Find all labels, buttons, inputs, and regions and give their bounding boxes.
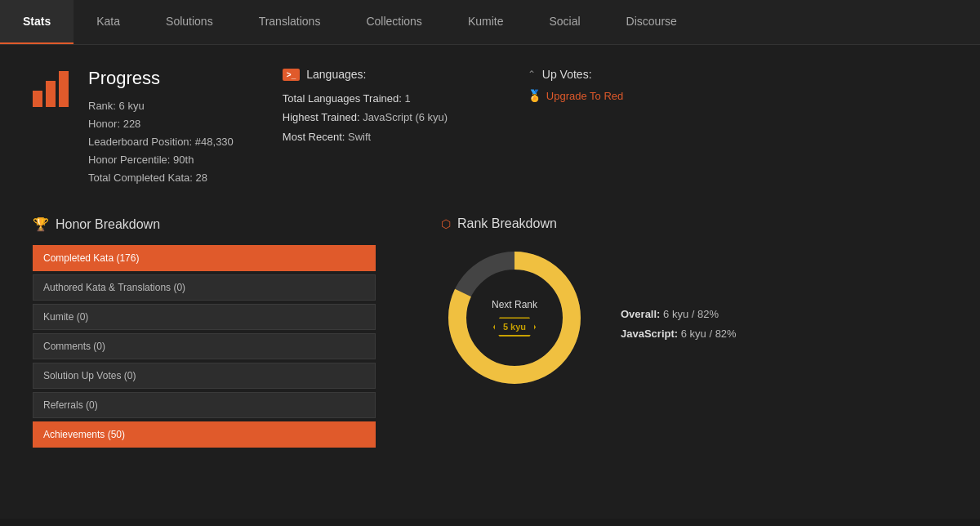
rank-line: Rank: 6 kyu (88, 97, 234, 115)
rank-value: 6 kyu (119, 100, 145, 112)
javascript-rank-value: 6 kyu / 82% (681, 328, 737, 340)
tab-translations[interactable]: Translations (236, 0, 344, 44)
honor-bar-kumite[interactable]: Kumite (0) (33, 304, 376, 330)
honor-bars: Completed Kata (176) Authored Kata & Tra… (33, 245, 408, 448)
languages-header: >_ Languages: (283, 68, 462, 81)
rank-breakdown-title: ⬡ Rank Breakdown (441, 216, 947, 231)
honor-bar-solution-upvotes[interactable]: Solution Up Votes (0) (33, 363, 376, 389)
progress-info: Progress Rank: 6 kyu Honor: 228 Leaderbo… (88, 68, 234, 187)
tab-solutions[interactable]: Solutions (143, 0, 236, 44)
javascript-rank-line: JavaScript: 6 kyu / 82% (621, 324, 737, 345)
tab-kumite[interactable]: Kumite (445, 0, 527, 44)
progress-extra: >_ Languages: Total Languages Trained: 1… (283, 68, 707, 146)
leaderboard-label: Leaderboard Position: (88, 136, 192, 148)
overall-rank-line: Overall: 6 kyu / 82% (621, 305, 737, 325)
total-languages-value: 1 (404, 92, 410, 105)
honor-bar-authored[interactable]: Authored Kata & Translations (0) (33, 274, 376, 301)
donut-chart: Next Rank 5 kyu (441, 244, 588, 391)
donut-center: Next Rank 5 kyu (492, 299, 537, 337)
total-languages-label: Total Languages Trained: (283, 92, 402, 105)
tab-collections[interactable]: Collections (343, 0, 444, 44)
javascript-rank-label: JavaScript: (621, 328, 678, 340)
tab-stats[interactable]: Stats (0, 0, 74, 44)
bar-chart-icon (33, 71, 69, 107)
nav-tabs: Stats Kata Solutions Translations Collec… (0, 0, 980, 45)
next-rank-label: Next Rank (492, 299, 537, 310)
leaderboard-line: Leaderboard Position: #48,330 (88, 133, 234, 151)
highest-trained-label: Highest Trained: (283, 111, 360, 123)
upvotes-header-label: Up Votes: (542, 68, 592, 81)
upvotes-header: ⌃ Up Votes: (528, 68, 707, 81)
upgrade-to-red-link[interactable]: 🏅 Upgrade To Red (528, 89, 707, 102)
most-recent-value: Swift (348, 131, 371, 143)
languages-header-label: Languages: (306, 68, 366, 81)
rank-badge: 5 kyu (493, 317, 536, 337)
rank-label: Rank: (88, 100, 116, 112)
languages-section: >_ Languages: Total Languages Trained: 1… (283, 68, 462, 146)
tab-discourse[interactable]: Discourse (604, 0, 700, 44)
rank-breakdown-wrapper: ⬡ Rank Breakdown Next Rank (441, 216, 947, 391)
bar-1 (33, 91, 42, 107)
percentile-line: Honor Percentile: 90th (88, 151, 234, 169)
most-recent-label: Most Recent: (283, 131, 345, 143)
honor-bar-completed-kata[interactable]: Completed Kata (176) (33, 245, 376, 271)
bar-2 (46, 81, 56, 107)
tab-kata[interactable]: Kata (74, 0, 143, 44)
honor-breakdown-label: Honor Breakdown (56, 217, 160, 232)
most-recent-line: Most Recent: Swift (283, 127, 462, 146)
total-languages-line: Total Languages Trained: 1 (283, 89, 462, 108)
honor-label: Honor: (88, 118, 120, 130)
progress-section: Progress Rank: 6 kyu Honor: 228 Leaderbo… (33, 68, 947, 187)
highest-trained-value: JavaScript (6 kyu) (363, 111, 448, 123)
honor-bar-achievements[interactable]: Achievements (50) (33, 421, 376, 448)
total-kata-label: Total Completed Kata: (88, 172, 193, 184)
rank-icon: ⬡ (441, 217, 451, 230)
upvotes-section: ⌃ Up Votes: 🏅 Upgrade To Red (528, 68, 707, 146)
rank-breakdown-content: Next Rank 5 kyu Overall: 6 kyu / 82% Jav… (441, 244, 947, 391)
progress-title: Progress (88, 68, 234, 89)
overall-rank-value: 6 kyu / 82% (663, 308, 719, 320)
arrow-up-icon: ⌃ (528, 69, 536, 80)
highest-trained-line: Highest Trained: JavaScript (6 kyu) (283, 108, 462, 127)
rank-stats: Overall: 6 kyu / 82% JavaScript: 6 kyu /… (621, 305, 737, 345)
total-kata-line: Total Completed Kata: 28 (88, 169, 234, 187)
honor-bar-referrals[interactable]: Referrals (0) (33, 392, 376, 418)
honor-breakdown: 🏆 Honor Breakdown Completed Kata (176) A… (33, 216, 408, 448)
terminal-icon: >_ (283, 69, 300, 81)
overall-rank-label: Overall: (621, 308, 660, 320)
main-content: Progress Rank: 6 kyu Honor: 228 Leaderbo… (0, 45, 980, 519)
medal-icon: 🏅 (528, 89, 541, 102)
tab-social[interactable]: Social (526, 0, 603, 44)
progress-icon (33, 71, 69, 107)
upgrade-label: Upgrade To Red (546, 90, 623, 102)
percentile-label: Honor Percentile: (88, 154, 170, 166)
trophy-icon: 🏆 (33, 216, 49, 232)
leaderboard-value: #48,330 (195, 136, 234, 148)
lower-section: 🏆 Honor Breakdown Completed Kata (176) A… (33, 216, 947, 448)
honor-value: 228 (123, 118, 141, 130)
honor-breakdown-title: 🏆 Honor Breakdown (33, 216, 408, 232)
total-kata-value: 28 (196, 172, 207, 184)
honor-line: Honor: 228 (88, 115, 234, 133)
bar-3 (59, 71, 69, 107)
percentile-value: 90th (173, 154, 194, 166)
honor-bar-comments[interactable]: Comments (0) (33, 333, 376, 359)
